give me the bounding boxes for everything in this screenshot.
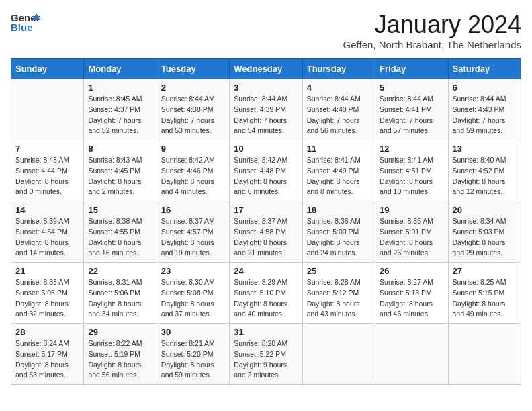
calendar-cell [302, 324, 375, 385]
column-header-wednesday: Wednesday [230, 59, 302, 79]
cell-content: Sunrise: 8:38 AMSunset: 4:55 PMDaylight:… [88, 216, 152, 259]
cell-content: Sunrise: 8:20 AMSunset: 5:22 PMDaylight:… [234, 338, 298, 381]
calendar-cell: 29Sunrise: 8:22 AMSunset: 5:19 PMDayligh… [84, 324, 157, 385]
calendar-cell: 8Sunrise: 8:43 AMSunset: 4:45 PMDaylight… [84, 140, 157, 201]
calendar-cell: 12Sunrise: 8:41 AMSunset: 4:51 PMDayligh… [375, 140, 448, 201]
day-number: 24 [234, 266, 298, 276]
day-number: 10 [234, 144, 298, 154]
calendar-cell: 31Sunrise: 8:20 AMSunset: 5:22 PMDayligh… [230, 324, 302, 385]
day-number: 7 [15, 144, 79, 154]
cell-content: Sunrise: 8:27 AMSunset: 5:13 PMDaylight:… [380, 277, 443, 320]
day-number: 2 [161, 83, 225, 93]
day-number: 5 [380, 83, 443, 93]
calendar-cell: 3Sunrise: 8:44 AMSunset: 4:39 PMDaylight… [230, 79, 302, 140]
calendar-cell: 25Sunrise: 8:28 AMSunset: 5:12 PMDayligh… [302, 263, 375, 324]
month-title: January 2024 [343, 11, 521, 39]
day-number: 11 [307, 144, 371, 154]
day-number: 20 [453, 205, 517, 215]
calendar-cell: 4Sunrise: 8:44 AMSunset: 4:40 PMDaylight… [302, 79, 375, 140]
calendar-cell: 7Sunrise: 8:43 AMSunset: 4:44 PMDaylight… [11, 140, 84, 201]
day-number: 25 [307, 266, 371, 276]
column-header-friday: Friday [375, 59, 448, 79]
title-area: January 2024 Geffen, North Brabant, The … [343, 11, 521, 50]
cell-content: Sunrise: 8:44 AMSunset: 4:39 PMDaylight:… [234, 94, 298, 136]
calendar-cell: 18Sunrise: 8:36 AMSunset: 5:00 PMDayligh… [302, 201, 375, 263]
cell-content: Sunrise: 8:30 AMSunset: 5:08 PMDaylight:… [161, 277, 225, 320]
calendar-cell: 5Sunrise: 8:44 AMSunset: 4:41 PMDaylight… [375, 79, 448, 140]
location-title: Geffen, North Brabant, The Netherlands [343, 39, 521, 50]
cell-content: Sunrise: 8:40 AMSunset: 4:52 PMDaylight:… [453, 155, 517, 197]
cell-content: Sunrise: 8:44 AMSunset: 4:40 PMDaylight:… [307, 94, 371, 136]
cell-content: Sunrise: 8:33 AMSunset: 5:05 PMDaylight:… [15, 277, 79, 320]
cell-content: Sunrise: 8:25 AMSunset: 5:15 PMDaylight:… [453, 277, 517, 320]
calendar-cell: 14Sunrise: 8:39 AMSunset: 4:54 PMDayligh… [11, 201, 84, 263]
cell-content: Sunrise: 8:42 AMSunset: 4:46 PMDaylight:… [161, 155, 225, 197]
calendar-cell: 28Sunrise: 8:24 AMSunset: 5:17 PMDayligh… [11, 324, 84, 385]
calendar-cell: 22Sunrise: 8:31 AMSunset: 5:06 PMDayligh… [84, 263, 157, 324]
day-number: 14 [15, 205, 79, 215]
day-number: 19 [380, 205, 443, 215]
cell-content: Sunrise: 8:39 AMSunset: 4:54 PMDaylight:… [15, 216, 79, 259]
calendar-week-row: 14Sunrise: 8:39 AMSunset: 4:54 PMDayligh… [11, 201, 521, 263]
day-number: 28 [15, 327, 79, 337]
day-number: 13 [453, 144, 517, 154]
day-number: 23 [161, 266, 225, 276]
header: General Blue January 2024 Geffen, North … [11, 11, 521, 50]
cell-content: Sunrise: 8:42 AMSunset: 4:48 PMDaylight:… [234, 155, 298, 197]
day-number: 16 [161, 205, 225, 215]
cell-content: Sunrise: 8:44 AMSunset: 4:41 PMDaylight:… [380, 94, 443, 136]
cell-content: Sunrise: 8:31 AMSunset: 5:06 PMDaylight:… [88, 277, 152, 320]
cell-content: Sunrise: 8:43 AMSunset: 4:44 PMDaylight:… [15, 155, 79, 197]
cell-content: Sunrise: 8:22 AMSunset: 5:19 PMDaylight:… [88, 338, 152, 381]
day-number: 12 [380, 144, 443, 154]
cell-content: Sunrise: 8:24 AMSunset: 5:17 PMDaylight:… [15, 338, 79, 381]
column-header-tuesday: Tuesday [157, 59, 229, 79]
day-number: 6 [453, 83, 517, 93]
cell-content: Sunrise: 8:41 AMSunset: 4:49 PMDaylight:… [307, 155, 371, 197]
calendar-cell: 30Sunrise: 8:21 AMSunset: 5:20 PMDayligh… [157, 324, 229, 385]
calendar-cell [375, 324, 448, 385]
calendar-cell: 21Sunrise: 8:33 AMSunset: 5:05 PMDayligh… [11, 263, 84, 324]
day-number: 29 [88, 327, 152, 337]
calendar-cell [448, 324, 521, 385]
calendar-week-row: 28Sunrise: 8:24 AMSunset: 5:17 PMDayligh… [11, 324, 521, 385]
day-number: 1 [88, 83, 152, 93]
calendar-header-row: SundayMondayTuesdayWednesdayThursdayFrid… [11, 59, 521, 79]
day-number: 22 [88, 266, 152, 276]
day-number: 15 [88, 205, 152, 215]
calendar-cell [11, 79, 84, 140]
calendar-week-row: 21Sunrise: 8:33 AMSunset: 5:05 PMDayligh… [11, 263, 521, 324]
logo: General Blue [11, 11, 40, 35]
cell-content: Sunrise: 8:37 AMSunset: 4:58 PMDaylight:… [234, 216, 298, 259]
day-number: 3 [234, 83, 298, 93]
calendar-cell: 16Sunrise: 8:37 AMSunset: 4:57 PMDayligh… [157, 201, 229, 263]
cell-content: Sunrise: 8:34 AMSunset: 5:03 PMDaylight:… [453, 216, 517, 259]
calendar-cell: 13Sunrise: 8:40 AMSunset: 4:52 PMDayligh… [448, 140, 521, 201]
calendar-cell: 2Sunrise: 8:44 AMSunset: 4:38 PMDaylight… [157, 79, 229, 140]
logo-icon: General Blue [11, 11, 40, 35]
day-number: 30 [161, 327, 225, 337]
day-number: 21 [15, 266, 79, 276]
calendar-cell: 20Sunrise: 8:34 AMSunset: 5:03 PMDayligh… [448, 201, 521, 263]
calendar-cell: 17Sunrise: 8:37 AMSunset: 4:58 PMDayligh… [230, 201, 302, 263]
calendar-cell: 19Sunrise: 8:35 AMSunset: 5:01 PMDayligh… [375, 201, 448, 263]
calendar-cell: 10Sunrise: 8:42 AMSunset: 4:48 PMDayligh… [230, 140, 302, 201]
cell-content: Sunrise: 8:29 AMSunset: 5:10 PMDaylight:… [234, 277, 298, 320]
column-header-saturday: Saturday [448, 59, 521, 79]
day-number: 17 [234, 205, 298, 215]
calendar-week-row: 7Sunrise: 8:43 AMSunset: 4:44 PMDaylight… [11, 140, 521, 201]
day-number: 4 [307, 83, 371, 93]
cell-content: Sunrise: 8:28 AMSunset: 5:12 PMDaylight:… [307, 277, 371, 320]
day-number: 27 [453, 266, 517, 276]
day-number: 31 [234, 327, 298, 337]
column-header-sunday: Sunday [11, 59, 84, 79]
cell-content: Sunrise: 8:43 AMSunset: 4:45 PMDaylight:… [88, 155, 152, 197]
cell-content: Sunrise: 8:44 AMSunset: 4:43 PMDaylight:… [453, 94, 517, 136]
calendar-cell: 15Sunrise: 8:38 AMSunset: 4:55 PMDayligh… [84, 201, 157, 263]
cell-content: Sunrise: 8:35 AMSunset: 5:01 PMDaylight:… [380, 216, 443, 259]
day-number: 9 [161, 144, 225, 154]
calendar-cell: 6Sunrise: 8:44 AMSunset: 4:43 PMDaylight… [448, 79, 521, 140]
calendar-week-row: 1Sunrise: 8:45 AMSunset: 4:37 PMDaylight… [11, 79, 521, 140]
calendar-cell: 9Sunrise: 8:42 AMSunset: 4:46 PMDaylight… [157, 140, 229, 201]
svg-text:Blue: Blue [11, 21, 33, 33]
